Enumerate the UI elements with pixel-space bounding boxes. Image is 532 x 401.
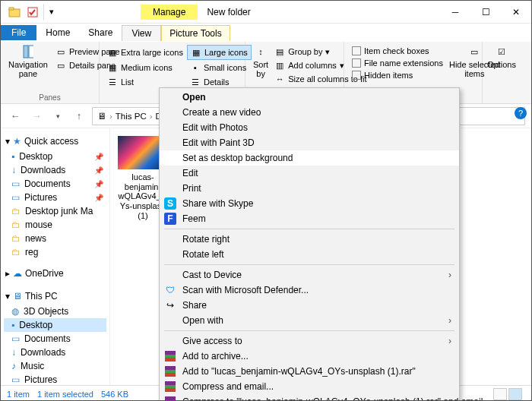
- large-icons-button[interactable]: ▦Large icons: [187, 45, 252, 60]
- nav-reg[interactable]: 🗀reg: [4, 245, 106, 259]
- small-icons-icon: ▪: [190, 62, 201, 73]
- ribbon-group-options: ☑ Options: [483, 42, 521, 103]
- nav-mouse[interactable]: 🗀mouse: [4, 218, 106, 232]
- ctx-share-skype[interactable]: SShare with Skype: [160, 196, 459, 211]
- group-label-panes: Panes: [1, 93, 99, 102]
- details-pane-icon: ▭: [55, 60, 66, 71]
- svg-rect-7: [165, 358, 176, 362]
- rar-icon: [164, 396, 176, 401]
- nav-3d-objects[interactable]: ◍3D Objects: [4, 305, 106, 318]
- svg-rect-9: [165, 370, 176, 373]
- ctx-add-archive[interactable]: Add to archive...: [160, 349, 459, 364]
- status-size: 546 KB: [101, 390, 128, 399]
- nav-documents-tp[interactable]: ▭Documents: [4, 332, 106, 346]
- rar-icon: [164, 350, 176, 362]
- details-icon: ☰: [190, 77, 201, 87]
- ctx-rotate-left[interactable]: Rotate left: [160, 247, 459, 262]
- ctx-edit-paint3d[interactable]: Edit with Paint 3D: [160, 135, 459, 150]
- checkbox-icon: [352, 71, 361, 80]
- nav-documents[interactable]: ▭Documents📌: [4, 177, 106, 191]
- extra-large-icons-button[interactable]: ▦Extra large icons: [104, 45, 186, 60]
- nav-downloads-tp[interactable]: ↓Downloads: [4, 346, 106, 359]
- options-button[interactable]: ☑ Options: [487, 45, 516, 71]
- ctx-compress-to-email[interactable]: Compress to "lucas_benjamin-wQLAGv4_OYs-…: [160, 394, 459, 401]
- navigation-pane: ▾ ★ Quick access ▪Desktop📌 ↓Downloads📌 ▭…: [1, 128, 110, 385]
- ctx-give-access[interactable]: Give access to›: [160, 333, 459, 349]
- file-menu[interactable]: File: [1, 25, 36, 40]
- qat-dropdown-icon[interactable]: ▾: [43, 5, 59, 20]
- ctx-cast[interactable]: Cast to Device›: [160, 267, 459, 283]
- skype-icon: S: [164, 197, 176, 210]
- onedrive-header[interactable]: ▸ ☁ OneDrive: [4, 265, 106, 282]
- rar-icon: [164, 380, 176, 393]
- nav-desktop-tp[interactable]: ▪Desktop: [4, 318, 106, 332]
- medium-icons-button[interactable]: ▦Medium icons: [104, 61, 186, 74]
- nav-news[interactable]: 🗀news: [4, 232, 106, 245]
- group-icon: ▤: [274, 46, 285, 57]
- preview-pane-icon: ▭: [55, 46, 66, 57]
- ctx-print[interactable]: Print: [160, 181, 459, 196]
- nav-music-tp[interactable]: ♪Music: [4, 359, 106, 373]
- ctx-compress-email[interactable]: Compress and email...: [160, 379, 459, 394]
- svg-rect-4: [29, 46, 33, 58]
- tab-picture-tools[interactable]: Picture Tools: [161, 25, 230, 41]
- navigation-pane-button[interactable]: Navigation pane: [5, 45, 51, 80]
- ctx-scan-defender[interactable]: 🛡Scan with Microsoft Defender...: [160, 283, 459, 298]
- medium-icons-icon: ▦: [107, 62, 118, 73]
- ctx-create-video[interactable]: Create a new video: [160, 105, 459, 120]
- file-extensions-toggle[interactable]: File name extensions: [349, 57, 446, 69]
- back-button[interactable]: ←: [7, 110, 24, 122]
- help-button[interactable]: ?: [515, 107, 527, 119]
- thumbnails-view-button[interactable]: [508, 388, 522, 400]
- large-icons-icon: ▦: [191, 47, 201, 58]
- quick-access-header[interactable]: ▾ ★ Quick access: [4, 133, 106, 150]
- tab-view[interactable]: View: [122, 25, 161, 41]
- nav-downloads[interactable]: ↓Downloads📌: [4, 163, 106, 177]
- tab-share[interactable]: Share: [79, 25, 122, 40]
- recent-button[interactable]: ▾: [49, 112, 66, 120]
- properties-icon[interactable]: [25, 5, 40, 20]
- item-check-boxes-toggle[interactable]: Item check boxes: [349, 45, 446, 57]
- ctx-edit-photos[interactable]: Edit with Photos: [160, 120, 459, 135]
- up-button[interactable]: ↑: [71, 110, 87, 122]
- checkbox-icon: [352, 46, 361, 55]
- chevron-right-icon: ›: [448, 270, 451, 280]
- close-button[interactable]: ✕: [501, 1, 531, 24]
- maximize-button[interactable]: ☐: [470, 1, 501, 24]
- crumb-this-pc[interactable]: This PC: [116, 112, 147, 121]
- feem-icon: F: [164, 213, 176, 225]
- forward-button[interactable]: →: [28, 110, 45, 122]
- nav-desktop-junk[interactable]: 🗀Desktop junk Ma: [4, 204, 106, 218]
- ctx-feem[interactable]: FFeem: [160, 211, 459, 226]
- this-pc-header[interactable]: ▾ 🖥 This PC: [4, 288, 106, 305]
- nav-desktop[interactable]: ▪Desktop📌: [4, 150, 106, 163]
- ctx-rotate-right[interactable]: Rotate right: [160, 232, 459, 247]
- share-icon: ↪: [164, 299, 176, 311]
- nav-pictures-tp[interactable]: ▭Pictures: [4, 373, 106, 385]
- tab-home[interactable]: Home: [36, 25, 79, 40]
- xl-icons-icon: ▦: [107, 47, 118, 58]
- manage-tab[interactable]: Manage: [141, 5, 198, 20]
- ctx-open[interactable]: Open: [160, 90, 459, 105]
- ctx-set-desktop-bg[interactable]: Set as desktop background: [160, 150, 459, 166]
- svg-rect-3: [24, 46, 28, 58]
- status-items: 1 item: [7, 390, 30, 399]
- nav-pictures[interactable]: ▭Pictures📌: [4, 191, 106, 204]
- ctx-open-with[interactable]: Open with›: [160, 313, 459, 328]
- minimize-button[interactable]: ─: [440, 1, 470, 24]
- ctx-share[interactable]: ↪Share: [160, 298, 459, 313]
- defender-icon: 🛡: [164, 284, 176, 296]
- sort-by-button[interactable]: ↕ Sort by: [250, 45, 271, 86]
- folder-icon[interactable]: [7, 5, 22, 20]
- hidden-items-toggle[interactable]: Hidden items: [349, 69, 446, 81]
- ctx-add-to-rar[interactable]: Add to "lucas_benjamin-wQLAGv4_OYs-unspl…: [160, 364, 459, 379]
- quick-access-toolbar: ▾: [1, 5, 59, 20]
- status-selected: 1 item selected: [37, 390, 93, 399]
- details-view-button[interactable]: [493, 388, 507, 400]
- pc-icon: 🖥: [97, 112, 106, 121]
- options-icon: ☑: [496, 46, 507, 57]
- checkbox-icon: [352, 58, 361, 68]
- ctx-edit[interactable]: Edit: [160, 166, 459, 181]
- small-icons-button[interactable]: ▪Small icons: [187, 61, 252, 74]
- svg-rect-6: [165, 355, 176, 358]
